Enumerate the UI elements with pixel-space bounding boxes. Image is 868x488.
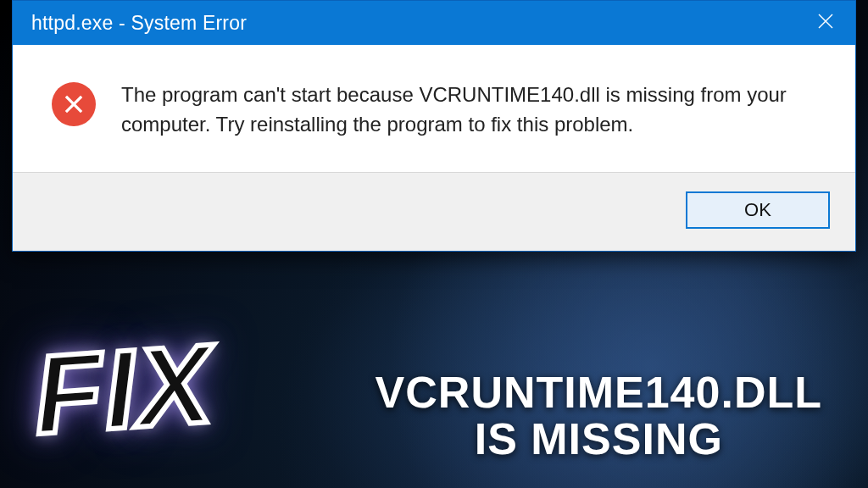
ok-button-label: OK	[744, 199, 771, 221]
dialog-footer: OK	[13, 172, 855, 251]
close-icon	[816, 12, 835, 34]
overlay-caption: VCRUNTIME140.DLL IS MISSING	[376, 369, 822, 463]
overlay-caption-line2: IS MISSING	[376, 416, 822, 463]
dialog-title: httpd.exe - System Error	[31, 12, 247, 35]
close-button[interactable]	[796, 1, 855, 45]
error-icon	[52, 82, 96, 126]
overlay-fix-text: FIX	[31, 336, 216, 444]
dialog-message: The program can't start because VCRUNTIM…	[121, 80, 816, 140]
ok-button[interactable]: OK	[686, 191, 830, 229]
titlebar: httpd.exe - System Error	[13, 1, 855, 45]
overlay-caption-line1: VCRUNTIME140.DLL	[376, 369, 822, 416]
system-error-dialog: httpd.exe - System Error The program can…	[12, 0, 856, 252]
dialog-body: The program can't start because VCRUNTIM…	[13, 45, 855, 172]
